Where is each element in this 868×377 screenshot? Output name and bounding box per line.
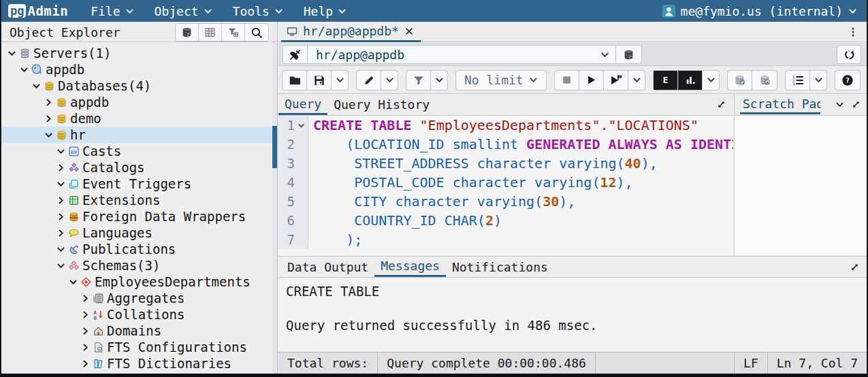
expand-editor-button[interactable]	[716, 94, 733, 115]
fold-chevron-icon[interactable]	[295, 122, 307, 129]
account-menu[interactable]: me@fymio.us (internal)	[662, 4, 867, 18]
tree-item-fts-configurations[interactable]: FTS Configurations	[1, 339, 272, 355]
tree-item-label: appdb	[44, 62, 84, 77]
object-explorer-title: Object Explorer	[1, 25, 120, 39]
tree-item-hr[interactable]: hr	[1, 127, 272, 143]
chevron-down-button[interactable]	[381, 71, 398, 90]
chevron-down-button[interactable]	[703, 71, 719, 90]
tree-item-publications[interactable]: Publications	[1, 241, 272, 257]
commit-button[interactable]	[728, 71, 752, 90]
explain-button[interactable]: E	[654, 71, 678, 90]
tabstrip-menu-button[interactable]	[848, 22, 867, 42]
chevron-down-icon[interactable]	[67, 278, 79, 286]
chevron-down-icon[interactable]	[54, 261, 67, 270]
chevron-down-icon[interactable]	[30, 82, 42, 91]
tree-item-casts[interactable]: 69Casts	[1, 143, 272, 159]
new-connection-button[interactable]	[615, 46, 641, 63]
chevron-right-icon[interactable]	[54, 212, 67, 221]
chevron-down-icon	[529, 76, 538, 84]
tab-messages[interactable]: Messages	[374, 257, 446, 277]
funnel-button[interactable]	[406, 71, 431, 90]
menu-file[interactable]: File	[80, 0, 144, 22]
tree-item-employeesdepartments[interactable]: EmployeesDepartments	[1, 274, 272, 290]
tree-item-servers-1-[interactable]: Servers(1)	[1, 45, 272, 61]
chevron-right-icon[interactable]	[79, 343, 91, 352]
tree-item-domains[interactable]: Domains	[1, 323, 272, 339]
tab-query[interactable]: Query	[278, 94, 327, 115]
chevron-down-button[interactable]	[332, 71, 348, 90]
chevron-down-icon[interactable]	[18, 65, 30, 74]
eol-indicator[interactable]: LF	[735, 353, 767, 374]
tree-item-appdb[interactable]: appdb	[1, 94, 272, 110]
scratch-pad-title[interactable]: Scratch Pad	[740, 95, 820, 114]
search-button[interactable]	[245, 24, 268, 41]
rollback-button[interactable]	[752, 71, 777, 90]
connection-select[interactable]: hr/app@appdb	[283, 45, 642, 64]
tree-item-schemas-3-[interactable]: Schemas(3)	[1, 257, 272, 274]
grid-button[interactable]	[199, 24, 222, 41]
chevron-down-button[interactable]	[810, 71, 826, 90]
reset-layout-button[interactable]	[837, 45, 861, 64]
menu-tools[interactable]: Tools	[223, 0, 293, 22]
chevron-down-icon[interactable]	[42, 131, 54, 140]
explain-analyze-button[interactable]	[678, 71, 703, 90]
help-button[interactable]: ?	[835, 71, 860, 90]
connection-dropdown-caret[interactable]	[594, 46, 615, 63]
expand-panel-icon[interactable]	[851, 99, 861, 110]
tree-item-demo[interactable]: demo	[1, 110, 272, 127]
chevron-down-icon[interactable]	[5, 49, 18, 58]
tree-item-event-triggers[interactable]: Event Triggers	[1, 176, 272, 192]
chevron-right-icon[interactable]	[54, 229, 67, 237]
chevron-right-icon[interactable]	[54, 163, 67, 172]
chevron-down-icon[interactable]	[54, 180, 67, 188]
user-icon	[662, 5, 675, 18]
tab-query-history[interactable]: Query History	[327, 94, 436, 115]
folder-button[interactable]	[283, 71, 307, 90]
gutter: 6	[278, 211, 308, 230]
chevron-right-icon[interactable]	[79, 359, 91, 368]
chevron-right-icon[interactable]	[42, 98, 54, 107]
chevron-down-button[interactable]	[628, 71, 645, 90]
save-button[interactable]	[307, 71, 332, 90]
chevron-down-button[interactable]	[431, 71, 447, 90]
chevron-right-icon[interactable]	[79, 327, 91, 335]
tree-item-collations[interactable]: ABCollations	[1, 306, 272, 323]
row-limit-select[interactable]: No limit	[456, 71, 546, 90]
play-button[interactable]	[579, 71, 604, 90]
menu-object[interactable]: Object	[144, 0, 223, 22]
filter-table-button[interactable]	[222, 24, 245, 41]
query-tool-tab[interactable]: hr/app@appdb*	[281, 22, 421, 42]
close-icon[interactable]	[404, 27, 414, 36]
chevron-down-icon[interactable]	[54, 245, 67, 254]
stop-button[interactable]	[555, 71, 579, 90]
tree-item-catalogs[interactable]: Catalogs	[1, 159, 272, 176]
tree-item-languages[interactable]: Languages	[1, 225, 272, 241]
chevron-right-icon[interactable]	[79, 294, 91, 303]
chevron-right-icon[interactable]	[79, 310, 91, 319]
chevron-right-icon[interactable]	[42, 114, 54, 123]
tree-item-foreign-data-wrappers[interactable]: Foreign Data Wrappers	[1, 208, 272, 225]
play-flag-button[interactable]: 1	[604, 71, 628, 90]
svg-text:B: B	[93, 314, 97, 320]
tree-item-appdb[interactable]: appdb	[1, 61, 272, 78]
tree-item-extensions[interactable]: Extensions	[1, 192, 272, 208]
scratch-pad-editor[interactable]	[735, 116, 867, 255]
code-text: (LOCATION_ID smallint GENERATED ALWAYS A…	[308, 136, 733, 152]
menu-help[interactable]: Help	[293, 0, 357, 22]
pencil-button[interactable]	[357, 71, 381, 90]
sql-editor[interactable]: 1CREATE TABLE "EmployeesDepartments"."LO…	[278, 116, 733, 256]
chevron-down-icon[interactable]	[54, 147, 67, 156]
tree-scrollbar-thumb[interactable]	[272, 126, 277, 168]
connection-status-button[interactable]	[283, 46, 308, 63]
macro-list-button[interactable]: 123	[786, 71, 810, 90]
tab-data-output[interactable]: Data Output	[281, 257, 374, 277]
tree-scrollbar[interactable]	[272, 43, 277, 374]
tree-item-fts-dictionaries[interactable]: FTS Dictionaries	[1, 355, 272, 372]
view-data-button[interactable]	[176, 24, 199, 41]
tree-item-databases-4-[interactable]: Databases(4)	[1, 78, 272, 94]
expand-output-button[interactable]	[850, 257, 867, 277]
tab-notifications[interactable]: Notifications	[446, 257, 554, 277]
chevron-down-icon[interactable]	[835, 100, 844, 109]
chevron-right-icon[interactable]	[54, 196, 67, 205]
tree-item-aggregates[interactable]: Aggregates	[1, 290, 272, 306]
